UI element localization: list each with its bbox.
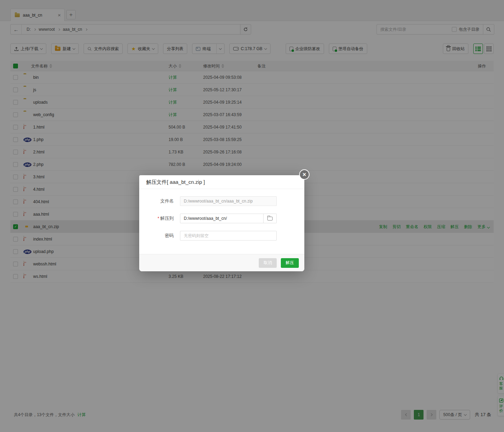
dialog-title: 解压文件[ aaa_bt_cn.zip ] bbox=[139, 175, 304, 189]
filename-field bbox=[180, 196, 277, 206]
required-mark: * bbox=[158, 216, 159, 221]
password-field[interactable] bbox=[180, 231, 277, 241]
password-label: 密码 bbox=[139, 233, 174, 239]
browse-folder-button[interactable] bbox=[264, 214, 277, 223]
cancel-button[interactable]: 取消 bbox=[259, 258, 277, 268]
extract-dialog: 解压文件[ aaa_bt_cn.zip ] 文件名 *解压到 密码 bbox=[139, 175, 304, 271]
folder-open-icon bbox=[267, 217, 273, 220]
extract-to-field[interactable] bbox=[180, 214, 264, 223]
modal-close-button[interactable]: × bbox=[299, 169, 310, 180]
extract-button[interactable]: 解压 bbox=[281, 258, 299, 268]
file-manager-screen: aaa_bt_cn × + ← D: wwwroot aaa_bt_cn 包含子… bbox=[0, 0, 504, 432]
extract-to-label: 解压到 bbox=[160, 216, 174, 221]
filename-label: 文件名 bbox=[139, 198, 174, 204]
